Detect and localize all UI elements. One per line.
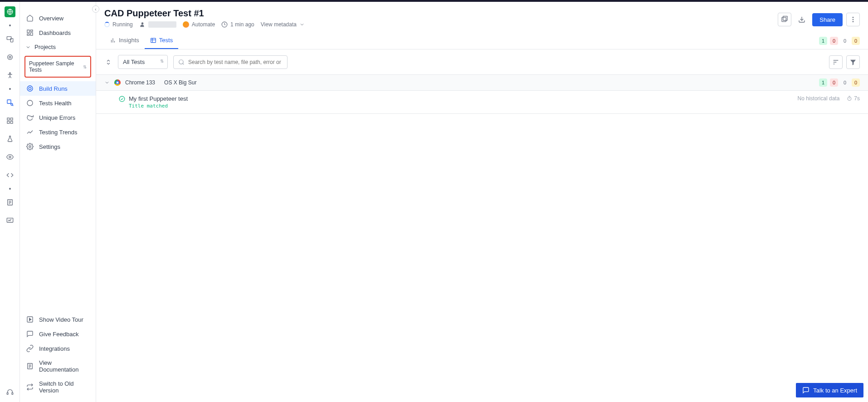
metadata-label: View metadata <box>261 21 297 28</box>
document-icon <box>26 363 34 370</box>
error-icon <box>26 114 34 121</box>
rail-devices-icon[interactable] <box>5 34 15 44</box>
project-selector[interactable]: Puppeteer Sample Tests ⇅ <box>24 56 91 78</box>
test-subtitle: Title matched <box>129 103 188 109</box>
test-row[interactable]: My first Puppeteer test Title matched No… <box>96 91 868 113</box>
sidebar-item-old-version[interactable]: Switch to Old Version <box>20 377 96 397</box>
svg-point-7 <box>11 103 13 105</box>
expert-label: Talk to an Expert <box>813 387 857 394</box>
checkmark-icon <box>119 96 125 102</box>
svg-marker-26 <box>29 318 31 320</box>
filter-select-all-tests[interactable]: All Tests <box>118 55 168 69</box>
rail-target-icon[interactable] <box>5 52 15 63</box>
rail-dot-icon <box>9 25 11 26</box>
rail-accessibility-icon[interactable] <box>5 70 15 81</box>
svg-point-22 <box>29 87 31 89</box>
sidebar-item-settings[interactable]: Settings <box>20 139 96 154</box>
svg-rect-17 <box>27 30 29 33</box>
sidebar-item-docs[interactable]: View Documentation <box>20 356 96 377</box>
search-box[interactable] <box>173 55 288 69</box>
icon-rail <box>0 2 20 402</box>
main-content: CAD Puppeteer Test #1 Running Automate 1… <box>96 2 868 402</box>
automate-meta: Automate <box>183 21 215 28</box>
svg-rect-30 <box>782 17 786 21</box>
tab-label: Tests <box>159 37 173 44</box>
rail-flask-icon[interactable] <box>5 133 15 144</box>
download-button[interactable] <box>795 13 809 26</box>
collapse-all-button[interactable] <box>104 58 112 66</box>
svg-rect-6 <box>7 100 11 103</box>
rail-dot-icon <box>9 88 11 90</box>
sidebar-item-integrations[interactable]: Integrations <box>20 341 96 356</box>
sidebar-label: Tests Health <box>39 100 72 107</box>
svg-rect-9 <box>10 118 13 120</box>
sidebar-item-feedback[interactable]: Give Feedback <box>20 327 96 341</box>
test-group-header[interactable]: Chrome 133 OS X Big Sur 1 0 0 0 <box>96 74 868 91</box>
page-title: CAD Puppeteer Test #1 <box>104 8 860 19</box>
sidebar-group-projects[interactable]: Projects <box>20 40 96 54</box>
rail-report-icon[interactable] <box>5 197 15 208</box>
svg-point-3 <box>7 55 12 60</box>
automate-badge-icon <box>183 21 189 28</box>
copy-button[interactable] <box>778 13 791 26</box>
home-icon <box>26 15 34 22</box>
sidebar-item-unique-errors[interactable]: Unique Errors <box>20 110 96 125</box>
chevron-down-icon <box>25 44 31 50</box>
tab-tests[interactable]: Tests <box>145 32 178 49</box>
rail-test-observability-icon[interactable] <box>5 97 15 108</box>
talk-to-expert-button[interactable]: Talk to an Expert <box>796 383 863 397</box>
search-input[interactable] <box>188 59 283 65</box>
rail-monitor-icon[interactable] <box>5 215 15 226</box>
more-button[interactable] <box>846 13 860 26</box>
sidebar-item-build-runs[interactable]: Build Runs <box>20 81 96 96</box>
sidebar-label: Integrations <box>39 345 70 352</box>
user-name-placeholder <box>148 21 176 28</box>
svg-rect-14 <box>7 218 13 222</box>
svg-point-21 <box>27 86 33 91</box>
sidebar-item-testing-trends[interactable]: Testing Trends <box>20 125 96 139</box>
sidebar-item-tests-health[interactable]: Tests Health <box>20 96 96 110</box>
automate-label: Automate <box>192 21 215 28</box>
svg-line-43 <box>183 63 184 64</box>
svg-rect-18 <box>30 30 33 31</box>
rail-eye-icon[interactable] <box>5 152 15 162</box>
sidebar-label: Projects <box>34 44 56 50</box>
group-chip-pending: 0 <box>852 78 860 87</box>
user-icon <box>139 21 146 28</box>
svg-rect-31 <box>783 16 787 20</box>
svg-point-48 <box>119 96 125 102</box>
sort-button[interactable] <box>829 55 843 69</box>
sidebar-item-overview[interactable]: Overview <box>20 11 96 25</box>
clock-icon <box>221 21 228 28</box>
chat-icon <box>802 387 809 394</box>
time-meta: 1 min ago <box>221 21 254 28</box>
sidebar-label: Build Runs <box>39 85 68 92</box>
svg-point-23 <box>27 100 33 106</box>
rail-headset-icon[interactable] <box>5 387 15 397</box>
filter-button[interactable] <box>846 55 860 69</box>
rail-home-icon[interactable] <box>5 6 15 17</box>
status-running: Running <box>104 21 133 28</box>
play-icon <box>26 316 34 323</box>
view-metadata-link[interactable]: View metadata <box>261 21 305 28</box>
rail-code-icon[interactable] <box>5 170 15 181</box>
sidebar-label: Testing Trends <box>39 129 78 136</box>
chevron-down-icon <box>104 80 110 85</box>
sidebar-collapse-button[interactable]: ‹ <box>92 5 99 13</box>
sidebar-item-video-tour[interactable]: Show Video Tour <box>20 312 96 327</box>
sidebar-item-dashboards[interactable]: Dashboards <box>20 25 96 40</box>
svg-rect-19 <box>30 33 33 35</box>
svg-rect-10 <box>7 121 10 123</box>
sidebar-label: Settings <box>39 143 60 150</box>
sidebar: ‹ Overview Dashboards Projects Puppeteer… <box>20 2 96 402</box>
spinner-icon <box>104 22 110 27</box>
group-chip-skipped: 0 <box>841 78 849 87</box>
health-icon <box>26 99 34 107</box>
tab-insights[interactable]: Insights <box>104 32 145 49</box>
chip-failed: 0 <box>830 37 838 45</box>
svg-point-35 <box>853 21 854 22</box>
rail-grid-icon[interactable] <box>5 115 15 126</box>
historical-label: No historical data <box>798 95 840 102</box>
share-button[interactable]: Share <box>812 13 843 26</box>
svg-point-4 <box>9 56 11 58</box>
